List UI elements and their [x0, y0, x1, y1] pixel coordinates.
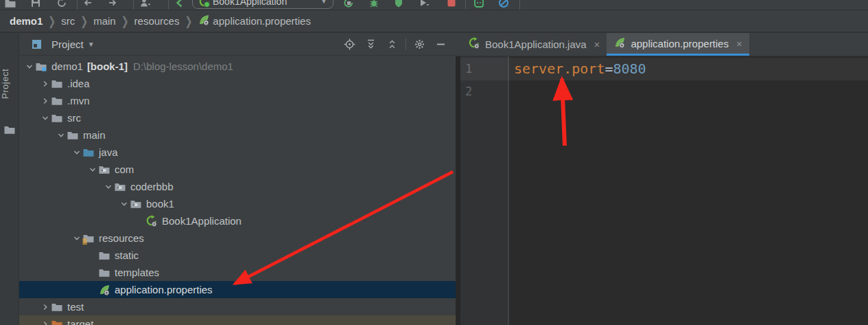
toolbar-separator	[133, 0, 134, 10]
tree-item-book1application[interactable]: Book1Application	[19, 212, 456, 229]
tree-item-coderbbb[interactable]: coderbbb	[19, 178, 456, 195]
chevron-down-icon: ▼	[320, 0, 327, 5]
project-tree: demo1[book-1]D:\blog-lesson\demo1.idea.m…	[19, 56, 456, 325]
tree-item-test[interactable]: test	[19, 298, 456, 315]
source-folder-icon	[82, 146, 95, 159]
tree-item-label: resources	[99, 232, 144, 244]
editor-tab-application-properties[interactable]: application.properties×	[607, 33, 749, 56]
tree-item-target[interactable]: target	[19, 315, 456, 325]
open-icon[interactable]	[4, 0, 16, 10]
tree-item-java[interactable]: java	[19, 144, 456, 161]
tool-window-stripe: Project	[0, 33, 19, 325]
chevron-right-icon[interactable]	[39, 302, 51, 313]
breadcrumb-item-label: resources	[134, 15, 180, 27]
editor-gutter: 12	[460, 56, 508, 325]
stop-icon[interactable]	[446, 0, 458, 10]
line-number: 2	[460, 80, 508, 103]
tree-item-label: application.properties	[115, 284, 213, 295]
debug-icon[interactable]	[368, 0, 381, 10]
project-panel-title[interactable]: Project	[51, 38, 84, 50]
profiler-icon[interactable]	[418, 0, 430, 10]
coverage-icon[interactable]	[393, 0, 406, 10]
chevron-down-icon[interactable]	[118, 199, 130, 210]
editor-code-area[interactable]: server.port=8080	[509, 56, 868, 325]
breadcrumb-separator-icon: ❯	[185, 14, 192, 27]
chevron-right-icon[interactable]	[39, 319, 51, 325]
chevron-down-icon[interactable]	[39, 113, 51, 124]
project-stripe-button[interactable]: Project	[0, 69, 19, 99]
package-icon	[130, 198, 142, 210]
tree-item-com[interactable]: com	[19, 161, 456, 178]
chevron-down-icon[interactable]	[55, 130, 67, 141]
chevron-down-icon[interactable]: ▼	[88, 41, 95, 48]
hide-icon[interactable]	[435, 38, 447, 50]
tree-item-book1[interactable]: book1	[19, 195, 456, 212]
project-tool-window-icon	[31, 38, 43, 50]
spring-leaf-icon	[98, 284, 110, 296]
code-line[interactable]	[509, 80, 868, 103]
breadcrumb-separator-icon: ❯	[121, 14, 129, 27]
tree-item-src[interactable]: src	[19, 109, 456, 126]
chevron-right-icon[interactable]	[39, 96, 51, 107]
tree-item-label: src	[67, 112, 81, 124]
chevron-down-icon[interactable]	[71, 233, 82, 244]
expand-all-icon[interactable]	[365, 38, 377, 50]
spring-leaf-icon	[198, 14, 210, 28]
tree-item--idea[interactable]: .idea	[19, 75, 456, 92]
tree-item-application-properties[interactable]: application.properties	[19, 281, 456, 298]
tree-item--mvn[interactable]: .mvn	[19, 92, 456, 109]
tree-indent	[86, 284, 98, 295]
tree-item-resources[interactable]: resources	[19, 229, 456, 247]
collapse-all-icon[interactable]	[386, 38, 398, 50]
breadcrumb-item[interactable]: demo1	[10, 15, 43, 27]
user-icon[interactable]	[139, 0, 152, 10]
breadcrumb-item-label: src	[61, 15, 75, 27]
tree-item-templates[interactable]: templates	[19, 264, 456, 281]
chevron-down-icon[interactable]	[23, 61, 35, 72]
save-icon[interactable]	[30, 0, 43, 10]
breadcrumb-item-label: application.properties	[213, 15, 311, 27]
project-path: D:\blog-lesson\demo1	[133, 60, 233, 72]
run-icon[interactable]	[343, 0, 355, 10]
tree-indent	[86, 250, 98, 261]
toolbar-separator	[519, 0, 520, 10]
chevron-down-icon[interactable]	[86, 164, 98, 175]
tree-item-label: .mvn	[67, 95, 90, 107]
panel-divider[interactable]	[456, 56, 460, 325]
editor-tab-book1application-java[interactable]: Book1Application.java×	[461, 33, 607, 56]
tree-item-label: book1	[146, 198, 174, 210]
tree-item-static[interactable]: static	[19, 247, 456, 264]
sync-icon[interactable]	[56, 0, 69, 10]
breadcrumb-item[interactable]: resources	[134, 15, 180, 27]
close-icon[interactable]: ×	[594, 38, 600, 50]
forward-icon[interactable]	[107, 0, 119, 10]
breadcrumb-item[interactable]: src	[61, 15, 75, 27]
folder-icon	[3, 126, 16, 138]
chevron-down-icon[interactable]	[71, 147, 82, 158]
chevron-down-icon[interactable]	[102, 181, 114, 192]
tree-item-label: test	[67, 301, 84, 313]
locate-icon[interactable]	[344, 38, 355, 50]
tree-item-label: Book1Application	[162, 215, 242, 227]
tree-item-label: .idea	[67, 78, 90, 89]
breadcrumb-item-label: demo1	[10, 15, 43, 27]
folder-icon[interactable]	[3, 124, 16, 139]
tree-item-label: static	[115, 249, 139, 261]
package-icon	[114, 181, 126, 193]
resources-folder-icon	[82, 232, 95, 245]
settings-icon[interactable]	[414, 38, 425, 50]
tree-item-main[interactable]: main	[19, 126, 456, 144]
chevron-right-icon[interactable]	[39, 78, 51, 89]
back-icon[interactable]	[82, 0, 95, 10]
module-name-suffix: [book-1]	[87, 60, 128, 72]
breadcrumb-item[interactable]: main	[93, 15, 116, 27]
close-icon[interactable]: ×	[736, 38, 742, 49]
rollback-icon[interactable]	[174, 0, 187, 10]
no-entry-icon[interactable]	[498, 0, 511, 10]
led-icon[interactable]	[473, 0, 486, 10]
header-separator	[406, 38, 406, 49]
tree-item-label: coderbbb	[130, 181, 174, 192]
breadcrumb-item[interactable]: application.properties	[198, 14, 311, 28]
tree-item-demo1[interactable]: demo1[book-1]D:\blog-lesson\demo1	[19, 58, 456, 75]
run-configuration-select[interactable]: Book1Application ▼	[192, 0, 333, 9]
